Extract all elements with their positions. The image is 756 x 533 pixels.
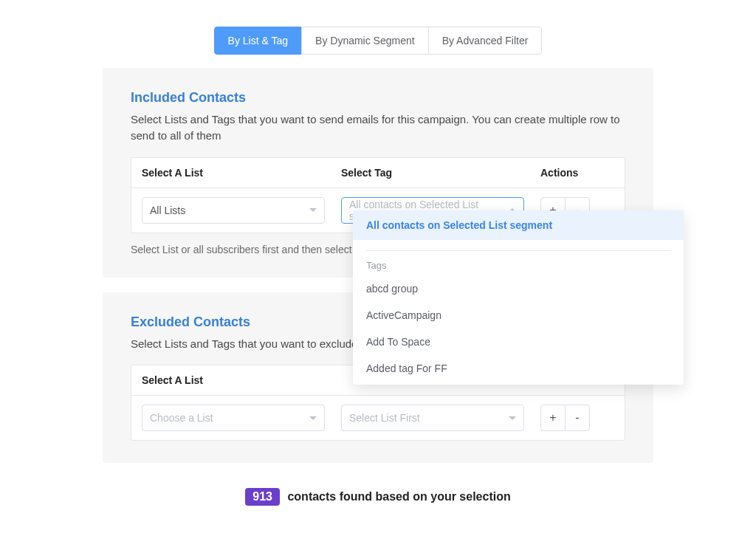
- chevron-down-icon: [309, 208, 317, 212]
- included-list-value: All Lists: [150, 204, 185, 216]
- contacts-count-row: 913 contacts found based on your selecti…: [103, 478, 653, 506]
- tag-option[interactable]: Add To Space: [353, 329, 684, 355]
- excluded-table-row: Choose a List Select List First + -: [131, 396, 625, 440]
- col-header-list: Select A List: [142, 167, 341, 179]
- tab-by-list-tag[interactable]: By List & Tag: [214, 27, 302, 55]
- remove-row-button[interactable]: -: [565, 405, 590, 431]
- chevron-down-icon: [309, 416, 317, 420]
- col-header-tag: Select Tag: [341, 167, 540, 179]
- excluded-list-placeholder: Choose a List: [150, 412, 213, 424]
- included-table-header: Select A List Select Tag Actions: [131, 158, 625, 188]
- add-row-button[interactable]: +: [540, 405, 566, 431]
- tag-dropdown-popup: All contacts on Selected List segment Ta…: [353, 210, 684, 385]
- dropdown-divider: [366, 250, 670, 251]
- col-header-list: Select A List: [142, 374, 341, 386]
- page-container: By List & Tag By Dynamic Segment By Adva…: [0, 0, 756, 533]
- excluded-row-actions: + -: [540, 405, 614, 431]
- included-description: Select Lists and Tags that you want to s…: [131, 111, 625, 144]
- included-title: Included Contacts: [131, 90, 625, 106]
- tab-by-advanced-filter[interactable]: By Advanced Filter: [428, 27, 543, 55]
- tag-dropdown-selected-option[interactable]: All contacts on Selected List segment: [353, 210, 684, 240]
- contacts-count-text: contacts found based on your selection: [287, 490, 510, 503]
- tag-option[interactable]: abcd group: [353, 275, 684, 302]
- chevron-down-icon: [509, 416, 516, 420]
- contacts-count-badge: 913: [245, 488, 280, 506]
- tab-by-dynamic-segment[interactable]: By Dynamic Segment: [301, 27, 429, 55]
- excluded-tag-placeholder: Select List First: [349, 412, 420, 424]
- excluded-tag-select[interactable]: Select List First: [341, 405, 524, 431]
- tag-option[interactable]: ActiveCampaign: [353, 302, 684, 329]
- tag-group-label: Tags: [353, 257, 684, 275]
- filter-tabs: By List & Tag By Dynamic Segment By Adva…: [0, 27, 756, 55]
- included-list-select[interactable]: All Lists: [142, 197, 325, 224]
- col-header-actions: Actions: [540, 167, 614, 179]
- tag-option[interactable]: Added tag For FF: [353, 355, 684, 382]
- excluded-list-select[interactable]: Choose a List: [142, 405, 325, 431]
